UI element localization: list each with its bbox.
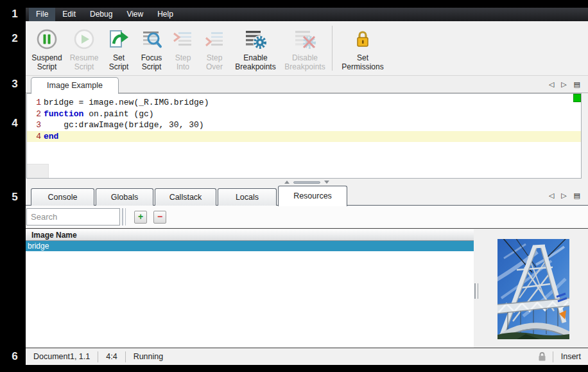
next-tab-icon[interactable]: ▷ (561, 191, 566, 200)
toolbar: Suspend Script Resume Script (26, 21, 588, 76)
button-label: Resume (70, 53, 99, 62)
suspend-script-button[interactable]: Suspend Script (28, 25, 66, 71)
toolbar-grip (122, 208, 126, 226)
add-resource-button[interactable]: + (134, 211, 147, 224)
tab-list-icon[interactable]: ▤ (574, 191, 580, 200)
button-label: Suspend (31, 53, 62, 62)
menu-bar: File Edit Debug View Help (26, 8, 588, 21)
lock-icon (355, 26, 370, 52)
editor-tab-bar: Image Example ◁ ▷ ▤ (26, 76, 588, 93)
button-label: Breakpoints (235, 62, 275, 71)
bridge-photo (497, 239, 569, 339)
splitter-up-icon (284, 181, 290, 184)
step-into-button: Step Into (168, 25, 198, 71)
status-cursor-position: 4:4 (98, 352, 125, 361)
execution-marker (573, 94, 581, 102)
resources-panel: + − Image Name bridge (26, 206, 588, 348)
tab-list-icon[interactable]: ▤ (574, 80, 580, 89)
set-permissions-button[interactable]: Set Permissions (335, 25, 390, 71)
button-label: Enable (243, 53, 267, 62)
region-label-2: 2 (6, 32, 23, 45)
preview-panel (479, 229, 588, 348)
app-window: File Edit Debug View Help Suspend Script (26, 8, 588, 365)
play-circle-icon (73, 26, 95, 52)
status-run-state: Running (126, 352, 171, 361)
prev-tab-icon[interactable]: ◁ (549, 191, 554, 200)
set-script-icon (107, 26, 130, 52)
button-label: Step (175, 53, 191, 62)
debug-tab-bar: Console Globals Callstack Locals Resourc… (26, 186, 588, 206)
table-row-bridge[interactable]: bridge (26, 241, 474, 251)
code-line: 2function on.paint (gc) (27, 109, 581, 120)
code-text: on.paint (gc) (83, 109, 153, 120)
code-keyword: end (44, 131, 58, 143)
button-label: Breakpoints (284, 62, 325, 71)
line-number: 2 (27, 109, 44, 120)
button-label: Disable (292, 53, 318, 62)
code-text: bridge = image.new(_R.IMG.bridge) (44, 97, 209, 109)
resource-toolbar: + − (26, 206, 588, 229)
button-label: Over (206, 62, 223, 71)
status-bar: Document1, 1.1 4:4 Running Insert (26, 348, 588, 365)
splitter-down-icon (324, 181, 329, 184)
focus-script-icon (141, 26, 162, 52)
tab-locals[interactable]: Locals (218, 188, 277, 206)
tab-resources[interactable]: Resources (278, 186, 347, 206)
code-keyword: function (44, 109, 83, 120)
pause-circle-icon (36, 26, 58, 52)
disable-breakpoints-button: Disable Breakpoints (281, 25, 329, 71)
button-label: Script (142, 62, 162, 71)
line-number: 4 (27, 131, 44, 143)
region-label-1: 1 (6, 8, 23, 21)
line-number: 1 (27, 97, 44, 109)
focus-script-button[interactable]: Focus Script (135, 25, 168, 71)
button-label: Set (357, 53, 368, 62)
menu-debug[interactable]: Debug (83, 8, 119, 21)
button-label: Set (113, 53, 125, 62)
pane-splitter[interactable] (26, 179, 588, 186)
remove-resource-button[interactable]: − (153, 211, 166, 224)
disable-breakpoints-icon (293, 26, 317, 52)
screenshot-frame: 1 2 3 4 5 6 File Edit Debug View Help (0, 0, 588, 372)
enable-breakpoints-icon (243, 26, 268, 52)
menu-view[interactable]: View (119, 8, 150, 21)
code-line: 3 gc:drawImage(bridge, 30, 30) (27, 120, 581, 131)
tab-globals[interactable]: Globals (96, 188, 153, 206)
step-into-icon (172, 26, 194, 52)
status-document: Document1, 1.1 (26, 352, 98, 361)
step-over-button: Step Over (198, 25, 230, 71)
resource-table: Image Name bridge (26, 229, 474, 348)
search-input[interactable] (26, 208, 120, 226)
status-insert-mode: Insert (553, 352, 588, 361)
step-over-icon (203, 26, 225, 52)
tab-console[interactable]: Console (31, 188, 94, 206)
toolbar-separator (332, 26, 333, 71)
prev-tab-icon[interactable]: ◁ (549, 80, 554, 89)
region-label-6: 6 (6, 350, 23, 363)
tab-image-example[interactable]: Image Example (31, 77, 119, 94)
button-label: Script (109, 62, 129, 71)
splitter-grip (293, 181, 320, 184)
menu-help[interactable]: Help (150, 8, 180, 21)
button-label: Script (37, 62, 57, 71)
code-line-current: 4end (27, 131, 581, 143)
status-lock-icon (538, 351, 546, 362)
code-line: 1bridge = image.new(_R.IMG.bridge) (27, 97, 581, 109)
region-label-3: 3 (6, 78, 23, 91)
preview-splitter[interactable] (474, 283, 478, 299)
code-editor[interactable]: 1bridge = image.new(_R.IMG.bridge) 2func… (26, 93, 582, 179)
enable-breakpoints-button[interactable]: Enable Breakpoints (230, 25, 281, 71)
column-header-image-name[interactable]: Image Name (26, 229, 474, 241)
menu-file[interactable]: File (29, 8, 55, 21)
button-label: Into (177, 62, 189, 71)
button-label: Step (207, 53, 223, 62)
set-script-button[interactable]: Set Script (102, 25, 135, 71)
code-text: gc:drawImage(bridge, 30, 30) (44, 120, 204, 131)
scrollbar-corner (27, 164, 49, 178)
button-label: Focus (141, 53, 162, 62)
next-tab-icon[interactable]: ▷ (561, 80, 566, 89)
menu-edit[interactable]: Edit (55, 8, 83, 21)
button-label: Permissions (342, 62, 383, 71)
tab-callstack[interactable]: Callstack (155, 188, 216, 206)
region-label-4: 4 (6, 117, 23, 130)
